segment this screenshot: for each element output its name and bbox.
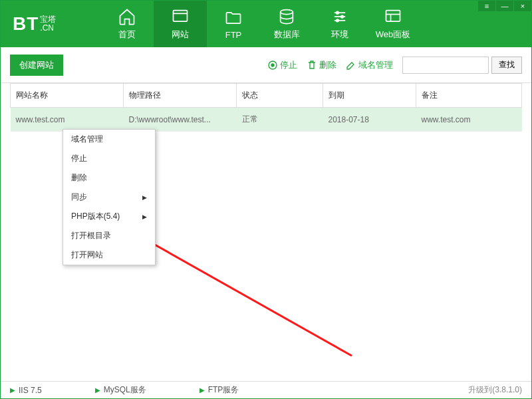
- panel-icon: [384, 7, 402, 26]
- play-icon: ▶: [200, 386, 205, 394]
- nav-webpanel[interactable]: Web面板: [366, 1, 420, 47]
- menu-open-site[interactable]: 打开网站: [63, 245, 155, 265]
- logo-cn: 宝塔 .CN: [40, 15, 56, 33]
- cell-name: www.test.com: [11, 108, 124, 132]
- home-icon: [118, 7, 136, 26]
- menu-open-root[interactable]: 打开根目录: [63, 226, 155, 245]
- trash-icon: [307, 60, 317, 70]
- settings-icon: [331, 7, 349, 26]
- app-header: BT 宝塔 .CN 首页 网站 FTP 数据库 环境 Web面板: [1, 1, 531, 47]
- svg-line-14: [123, 227, 352, 356]
- svg-point-7: [341, 15, 344, 18]
- svg-rect-9: [386, 11, 400, 21]
- status-bar: ▶IIS 7.5 ▶MySQL服务 ▶FTP服务 升级到(3.8.1.0): [1, 381, 531, 398]
- play-icon: ▶: [95, 386, 100, 394]
- logo-bt: BT: [13, 13, 39, 35]
- edit-icon: [346, 60, 356, 70]
- nav-database[interactable]: 数据库: [260, 1, 313, 47]
- status-ftp[interactable]: ▶FTP服务: [200, 384, 239, 396]
- sites-table: 网站名称 物理路径 状态 到期 备注 www.test.com D:\wwwro…: [1, 83, 531, 132]
- domain-manage-action[interactable]: 域名管理: [346, 59, 393, 71]
- status-iis[interactable]: ▶IIS 7.5: [10, 386, 42, 395]
- svg-point-13: [271, 64, 274, 66]
- col-name[interactable]: 网站名称: [11, 84, 124, 108]
- table-header-row: 网站名称 物理路径 状态 到期 备注: [11, 84, 522, 108]
- col-path[interactable]: 物理路径: [124, 84, 237, 108]
- menu-stop[interactable]: 停止: [63, 149, 155, 168]
- stop-action[interactable]: 停止: [267, 59, 297, 71]
- col-remark[interactable]: 备注: [416, 84, 522, 108]
- folder-icon: [224, 9, 243, 27]
- menu-sync[interactable]: 同步▶: [63, 188, 155, 207]
- play-icon: ▶: [10, 386, 15, 394]
- nav-home[interactable]: 首页: [100, 1, 154, 47]
- site-icon: [171, 7, 190, 26]
- context-menu: 域名管理 停止 删除 同步▶ PHP版本(5.4)▶ 打开根目录 打开网站: [63, 129, 156, 265]
- menu-php-version[interactable]: PHP版本(5.4)▶: [63, 207, 155, 226]
- svg-point-8: [336, 19, 339, 22]
- nav-ftp[interactable]: FTP: [207, 1, 260, 47]
- delete-action[interactable]: 删除: [307, 59, 336, 71]
- toolbar: 创建网站 停止 删除 域名管理 查找: [1, 47, 531, 83]
- stop-icon: [267, 60, 278, 70]
- cell-expire: 2018-07-18: [323, 108, 416, 132]
- menu-domain-manage[interactable]: 域名管理: [63, 130, 155, 149]
- window-close-icon[interactable]: ×: [514, 1, 531, 11]
- create-site-button[interactable]: 创建网站: [10, 55, 63, 76]
- main-nav: 首页 网站 FTP 数据库 环境 Web面板: [100, 1, 420, 47]
- database-icon: [277, 7, 296, 26]
- logo: BT 宝塔 .CN: [1, 1, 100, 47]
- col-status[interactable]: 状态: [237, 84, 323, 108]
- menu-delete[interactable]: 删除: [63, 168, 155, 188]
- col-expire[interactable]: 到期: [323, 84, 416, 108]
- upgrade-link[interactable]: 升级到(3.8.1.0): [468, 384, 522, 396]
- cell-path: D:\wwwroot\www.test...: [124, 108, 237, 132]
- chevron-right-icon: ▶: [142, 213, 147, 220]
- nav-environment[interactable]: 环境: [313, 1, 366, 47]
- svg-rect-0: [174, 11, 188, 21]
- search-input[interactable]: [402, 57, 489, 74]
- window-controls: ≡ — ×: [477, 1, 531, 11]
- svg-point-2: [281, 10, 293, 15]
- window-minimize-icon[interactable]: —: [496, 1, 513, 11]
- nav-site[interactable]: 网站: [154, 1, 207, 47]
- svg-point-6: [336, 11, 339, 14]
- cell-remark: www.test.com: [416, 108, 522, 132]
- table-row[interactable]: www.test.com D:\wwwroot\www.test... 正常 2…: [11, 108, 522, 132]
- cell-status: 正常: [237, 108, 323, 132]
- window-menu-icon[interactable]: ≡: [478, 1, 495, 11]
- status-mysql[interactable]: ▶MySQL服务: [95, 384, 146, 396]
- search-button[interactable]: 查找: [491, 57, 522, 74]
- chevron-right-icon: ▶: [142, 194, 147, 201]
